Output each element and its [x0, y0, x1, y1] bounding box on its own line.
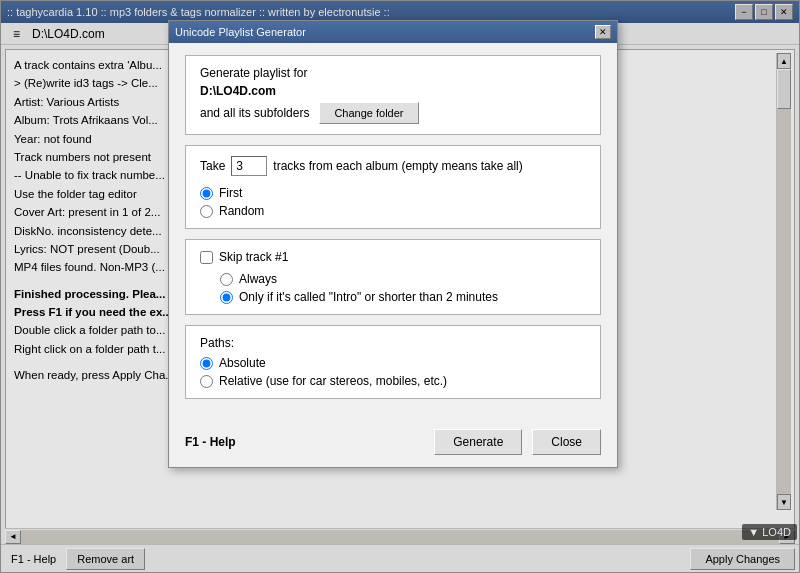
always-label: Always — [239, 272, 277, 286]
tracks-section: Take tracks from each album (empty means… — [185, 145, 601, 229]
generate-for-label: Generate playlist for — [200, 66, 586, 80]
dialog-footer-help: F1 - Help — [185, 435, 424, 449]
only-if-radio[interactable] — [220, 291, 233, 304]
random-label: Random — [219, 204, 264, 218]
tracks-row: Take tracks from each album (empty means… — [200, 156, 586, 176]
first-radio[interactable] — [200, 187, 213, 200]
take-label: Take — [200, 159, 225, 173]
skip-track-checkbox[interactable] — [200, 251, 213, 264]
skip-track-label: Skip track #1 — [219, 250, 288, 264]
first-label: First — [219, 186, 242, 200]
generate-for-section: Generate playlist for D:\LO4D.com and al… — [185, 55, 601, 135]
dialog-title-bar: Unicode Playlist Generator ✕ — [169, 21, 617, 43]
relative-label: Relative (use for car stereos, mobiles, … — [219, 374, 447, 388]
absolute-radio-label[interactable]: Absolute — [200, 356, 586, 370]
dialog-title: Unicode Playlist Generator — [175, 26, 595, 38]
absolute-label: Absolute — [219, 356, 266, 370]
dialog-footer: F1 - Help Generate Close — [169, 421, 617, 467]
skip-track-checkbox-label[interactable]: Skip track #1 — [200, 250, 586, 264]
random-radio-label[interactable]: Random — [200, 204, 586, 218]
tracks-input[interactable] — [231, 156, 267, 176]
skip-sub-group: Always Only if it's called "Intro" or sh… — [220, 272, 586, 304]
subfolder-row: and all its subfolders Change folder — [200, 102, 586, 124]
dialog-overlay: Unicode Playlist Generator ✕ Generate pl… — [0, 0, 800, 573]
dialog-body: Generate playlist for D:\LO4D.com and al… — [169, 43, 617, 421]
subfolders-label: and all its subfolders — [200, 106, 309, 120]
only-if-radio-label[interactable]: Only if it's called "Intro" or shorter t… — [220, 290, 586, 304]
paths-radio-group: Absolute Relative (use for car stereos, … — [200, 356, 586, 388]
first-radio-label[interactable]: First — [200, 186, 586, 200]
generate-button[interactable]: Generate — [434, 429, 522, 455]
close-dialog-button[interactable]: Close — [532, 429, 601, 455]
relative-radio-label[interactable]: Relative (use for car stereos, mobiles, … — [200, 374, 586, 388]
always-radio-label[interactable]: Always — [220, 272, 586, 286]
paths-label: Paths: — [200, 336, 586, 350]
skip-track-section: Skip track #1 Always Only if it's called… — [185, 239, 601, 315]
absolute-radio[interactable] — [200, 357, 213, 370]
tracks-suffix: tracks from each album (empty means take… — [273, 159, 522, 173]
only-if-label: Only if it's called "Intro" or shorter t… — [239, 290, 498, 304]
dialog-folder-path: D:\LO4D.com — [200, 84, 586, 98]
first-random-group: First Random — [200, 186, 586, 218]
random-radio[interactable] — [200, 205, 213, 218]
paths-section: Paths: Absolute Relative (use for car st… — [185, 325, 601, 399]
dialog-close-button[interactable]: ✕ — [595, 25, 611, 39]
dialog-unicode-playlist: Unicode Playlist Generator ✕ Generate pl… — [168, 20, 618, 468]
always-radio[interactable] — [220, 273, 233, 286]
relative-radio[interactable] — [200, 375, 213, 388]
change-folder-button[interactable]: Change folder — [319, 102, 418, 124]
